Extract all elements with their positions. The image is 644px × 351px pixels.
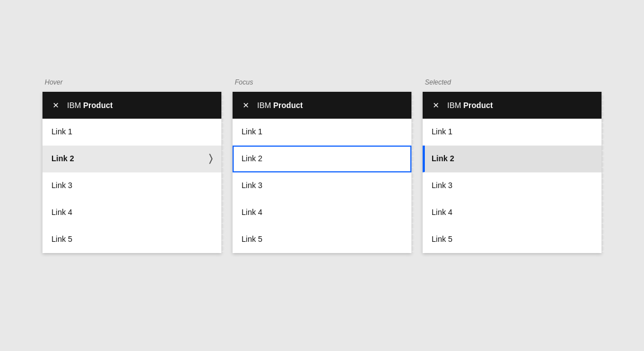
state-label: Focus <box>233 78 253 86</box>
close-button[interactable]: ✕ <box>432 101 441 110</box>
zigzag-edge <box>602 92 608 253</box>
nav-item-link3[interactable]: Link 3 <box>233 172 411 199</box>
nav-item-link2[interactable]: Link 2〉 <box>42 146 221 172</box>
panel-group-panel-focus: Focus✕IBM ProductLink 1Link 2Link 3Link … <box>233 78 411 253</box>
nav-item-label: Link 3 <box>242 181 262 190</box>
nav-item-link2[interactable]: Link 2 <box>423 146 602 172</box>
state-label: Selected <box>423 78 451 86</box>
nav-item-link5[interactable]: Link 5 <box>233 226 411 253</box>
panel-header: ✕IBM Product <box>233 92 411 119</box>
header-title: IBM Product <box>447 101 493 110</box>
zigzag-edge <box>221 92 228 253</box>
panel-panel-selected: ✕IBM ProductLink 1Link 2Link 3Link 4Link… <box>423 92 602 253</box>
close-button[interactable]: ✕ <box>242 101 250 110</box>
panel-panel-hover: ✕IBM ProductLink 1Link 2〉Link 3Link 4Lin… <box>42 92 221 253</box>
panel-panel-focus: ✕IBM ProductLink 1Link 2Link 3Link 4Link… <box>233 92 411 253</box>
nav-item-label: Link 3 <box>51 181 72 190</box>
header-title: IBM Product <box>257 101 303 110</box>
close-button[interactable]: ✕ <box>51 101 60 110</box>
nav-item-link1[interactable]: Link 1 <box>423 119 602 146</box>
nav-list: Link 1Link 2Link 3Link 4Link 5 <box>423 119 602 253</box>
nav-item-label: Link 1 <box>51 127 72 136</box>
nav-item-label: Link 4 <box>51 208 72 217</box>
nav-item-link5[interactable]: Link 5 <box>423 226 602 253</box>
nav-list: Link 1Link 2〉Link 3Link 4Link 5 <box>42 119 221 253</box>
nav-item-link1[interactable]: Link 1 <box>42 119 221 146</box>
nav-item-label: Link 1 <box>432 127 452 136</box>
nav-item-label: Link 2 <box>432 154 454 163</box>
panel-group-panel-hover: Hover✕IBM ProductLink 1Link 2〉Link 3Link… <box>42 78 221 273</box>
panel-bottom-extension <box>42 253 188 273</box>
nav-item-link4[interactable]: Link 4 <box>423 199 602 226</box>
nav-item-link2[interactable]: Link 2 <box>233 146 411 172</box>
nav-item-label: Link 1 <box>242 127 262 136</box>
nav-item-label: Link 4 <box>242 208 262 217</box>
nav-item-link4[interactable]: Link 4 <box>233 199 411 226</box>
nav-list: Link 1Link 2Link 3Link 4Link 5 <box>233 119 411 253</box>
panel-header: ✕IBM Product <box>423 92 602 119</box>
nav-item-label: Link 2 <box>51 154 74 163</box>
nav-item-link4[interactable]: Link 4 <box>42 199 221 226</box>
nav-item-label: Link 5 <box>51 235 72 244</box>
zigzag-edge <box>411 92 418 253</box>
nav-item-label: Link 2 <box>242 154 262 163</box>
nav-item-label: Link 5 <box>242 235 262 244</box>
nav-item-link3[interactable]: Link 3 <box>42 172 221 199</box>
panel-group-panel-selected: Selected✕IBM ProductLink 1Link 2Link 3Li… <box>423 78 602 273</box>
nav-item-link1[interactable]: Link 1 <box>233 119 411 146</box>
panel-bottom-extension <box>423 253 568 273</box>
state-label: Hover <box>42 78 63 86</box>
panel-header: ✕IBM Product <box>42 92 221 119</box>
page-container: Hover✕IBM ProductLink 1Link 2〉Link 3Link… <box>0 56 644 296</box>
header-title: IBM Product <box>67 101 113 110</box>
cursor-icon: 〉 <box>209 153 212 165</box>
nav-item-label: Link 3 <box>432 181 452 190</box>
nav-item-label: Link 5 <box>432 235 452 244</box>
nav-item-label: Link 4 <box>432 208 452 217</box>
nav-item-link5[interactable]: Link 5 <box>42 226 221 253</box>
nav-item-link3[interactable]: Link 3 <box>423 172 602 199</box>
